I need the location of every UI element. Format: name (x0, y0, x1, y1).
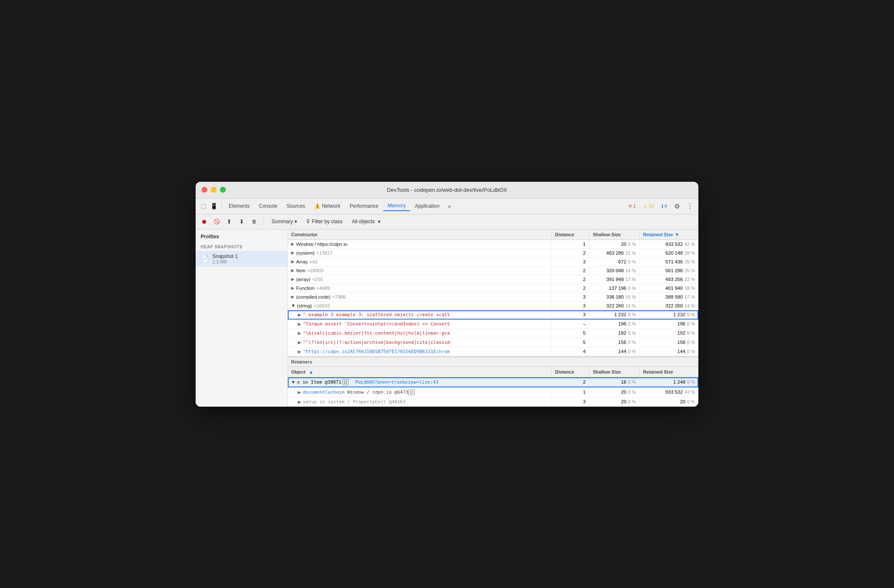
error-icon: ✕ (628, 204, 632, 209)
td-retained: 1 248 0 % (640, 377, 698, 387)
expand-icon[interactable]: ▶ (298, 400, 301, 404)
tab-network[interactable]: ⚠️ Network (310, 201, 344, 211)
td-retained: 156 0 % (640, 338, 698, 347)
td-distance: 5 (552, 338, 589, 347)
td-retained: 620 148 28 % (640, 249, 698, 257)
more-options-icon[interactable]: ⋮ (685, 201, 695, 212)
retainers-header: Retainers (288, 357, 698, 367)
expand-icon[interactable]: ▶ (298, 312, 301, 317)
td-distance: 3 (552, 397, 589, 406)
objects-chevron-icon: ▾ (378, 219, 380, 224)
expand-icon[interactable]: ▶ (291, 286, 295, 290)
th-retained[interactable]: Retained Size ▼ (640, 230, 698, 240)
tab-application[interactable]: Application (411, 201, 444, 211)
td-constructor: ▶ (array) ×255 (288, 275, 552, 284)
settings-icon[interactable]: ⚙ (672, 201, 682, 212)
td-constructor: ▶ (system) ×13817 (288, 249, 552, 257)
td-object: ▼ x in Item @38071 ⊡ PoLdb0X?anon=true&v… (288, 377, 552, 387)
retainers-table-header: Object ▲ Distance Shallow Size Retained … (288, 367, 698, 377)
expand-icon[interactable]: ▶ (298, 390, 301, 395)
summary-dropdown[interactable]: Summary ▾ (268, 217, 300, 226)
tab-sources[interactable]: Sources (282, 201, 309, 211)
tab-elements[interactable]: Elements (225, 201, 254, 211)
expand-icon[interactable]: ▶ (298, 331, 301, 335)
table-row[interactable]: ▶ Function ×4689 2 137 196 6 % 401 940 1… (288, 284, 698, 293)
td-retained: 20 0 % (640, 397, 698, 406)
table-row[interactable]: ▶ "https://cdpn.io2AC766158D5B7507E17015… (288, 347, 698, 356)
td-distance: 2 (552, 284, 589, 292)
td-retained: 571 436 25 % (640, 258, 698, 266)
table-row[interactable]: ▶ "Torque assert 'Convert<uintptr>(endIn… (288, 320, 698, 329)
td-distance: 3 (552, 302, 589, 310)
table-row[interactable]: ▶ (array) ×255 2 391 948 17 % 493 256 22… (288, 275, 698, 284)
table-row[interactable]: ▶ "\b(calc|cubic-bezier|fit-content|hsl|… (288, 329, 698, 338)
filter-by-class-button[interactable]: ⊽ Filter by class (303, 217, 346, 226)
table-row[interactable]: ▶ " example 3 example 3: scattered objec… (288, 310, 698, 320)
expand-icon[interactable]: ▶ (298, 340, 301, 345)
device-toolbar-icon[interactable]: 📱 (209, 201, 219, 211)
expand-icon[interactable]: ▶ (291, 250, 295, 255)
th-shallow[interactable]: Shallow Size (589, 230, 640, 240)
retainer-row[interactable]: ▶ value in system / PropertyCell @40163 … (288, 397, 698, 407)
minimize-button[interactable] (211, 187, 217, 193)
expand-icon[interactable]: ▶ (291, 259, 295, 264)
main-layout: Profiles HEAP SNAPSHOTS 📄 Snapshot 1 2.2… (196, 230, 698, 407)
warning-badge: ⚠ 14 (641, 203, 656, 210)
expand-icon[interactable]: ▶ (291, 277, 295, 281)
constructor-table-header: Constructor Distance Shallow Size Retain… (288, 230, 698, 240)
record-button[interactable]: ⏺ (199, 217, 209, 227)
td-retained: 388 580 17 % (640, 293, 698, 301)
retainer-row[interactable]: ▼ x in Item @38071 ⊡ PoLdb0X?anon=true&v… (288, 377, 698, 387)
error-badge: ✕ 1 (626, 203, 638, 210)
td-constructor: ▶ "https://cdpn.io2AC766158D5B7507E17015… (288, 347, 552, 356)
td-shallow: 336 180 15 % (589, 293, 640, 301)
expand-icon[interactable]: ▶ (291, 268, 295, 273)
table-row[interactable]: ▶ Item ×20003 2 320 048 14 % 561 296 25 … (288, 266, 698, 275)
rth-retained[interactable]: Retained Size (640, 367, 698, 377)
summary-chevron-icon: ▾ (295, 219, 297, 224)
td-shallow: 391 948 17 % (589, 275, 640, 284)
th-distance[interactable]: Distance (552, 230, 589, 240)
take-snapshot-button[interactable]: ⬆ (224, 217, 234, 227)
tab-console[interactable]: Console (255, 201, 282, 211)
table-row[interactable]: ▼ (string) ×16542 3 322 260 14 % 322 260… (288, 302, 698, 310)
inspect-element-icon[interactable]: ⬚ (199, 201, 208, 211)
info-icon: ℹ (661, 204, 663, 209)
th-constructor: Constructor (288, 230, 552, 240)
td-distance: 2 (552, 377, 589, 387)
td-retained: 933 532 42 % (640, 387, 698, 397)
td-shallow: 672 0 % (589, 258, 640, 266)
td-constructor: ▶ " example 3 example 3: scattered objec… (288, 310, 552, 319)
clear-button[interactable]: 🚫 (212, 217, 222, 227)
expand-icon[interactable]: ▶ (298, 322, 301, 326)
table-row[interactable]: ▶ "^(?!on|src|(?:action|archive|backgrou… (288, 338, 698, 347)
tab-memory[interactable]: Memory (383, 201, 410, 211)
table-row[interactable]: ▶ (system) ×13817 2 463 280 21 % 620 148… (288, 249, 698, 258)
source-link[interactable]: PoLdb0X?anon=true&view=live:43 (355, 379, 439, 385)
tab-performance[interactable]: Performance (345, 201, 382, 211)
td-distance: 5 (552, 329, 589, 338)
table-row[interactable]: ▶ (compiled code) ×7386 3 336 180 15 % 3… (288, 293, 698, 302)
collect-garbage-icon[interactable]: 🗑 (249, 217, 259, 227)
summary-label: Summary (271, 219, 293, 224)
devtools-window: DevTools - codepen.io/web-dot-dev/live/P… (196, 182, 698, 407)
more-tabs-button[interactable]: » (444, 201, 454, 211)
load-button[interactable]: ⬇ (237, 217, 247, 227)
snapshot-item[interactable]: 📄 Snapshot 1 2.2 MB (196, 251, 287, 267)
rth-shallow[interactable]: Shallow Size (589, 367, 640, 377)
td-distance: 3 (552, 293, 589, 301)
rth-distance[interactable]: Distance (552, 367, 589, 377)
close-button[interactable] (202, 187, 207, 193)
retainer-row[interactable]: ▶ documentCache in Window / cdpn.io @647… (288, 387, 698, 397)
td-distance: 1 (552, 240, 589, 248)
table-row[interactable]: ▶ Window / https://cdpn.io 1 20 0 % 933 … (288, 240, 698, 249)
all-objects-dropdown[interactable]: All objects ▾ (349, 217, 384, 226)
expand-icon[interactable]: ▼ (291, 380, 295, 384)
table-row[interactable]: ▶ Array ×42 3 672 0 % 571 436 25 % (288, 258, 698, 266)
retainers-section: Retainers Object ▲ Distance Shallow Size (288, 356, 698, 407)
expand-icon[interactable]: ▼ (291, 303, 295, 308)
expand-icon[interactable]: ▶ (298, 349, 301, 354)
maximize-button[interactable] (220, 187, 226, 193)
expand-icon[interactable]: ▶ (291, 294, 295, 299)
expand-icon[interactable]: ▶ (291, 242, 295, 246)
